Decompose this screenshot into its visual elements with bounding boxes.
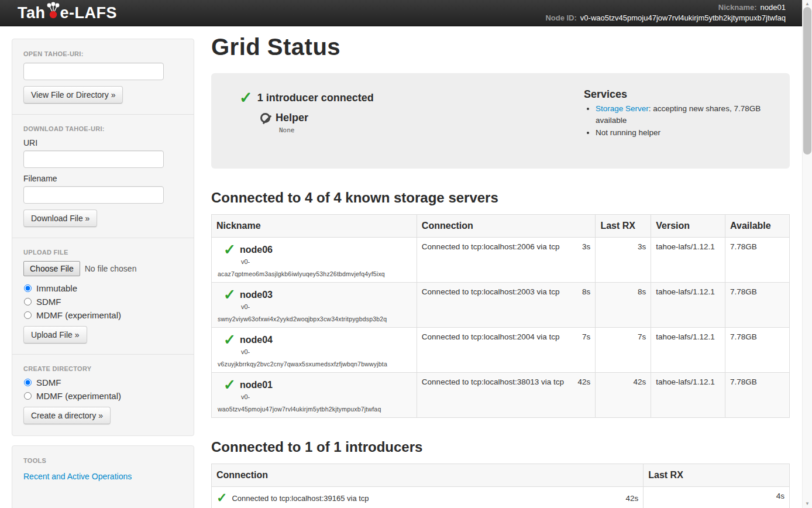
server-version: tahoe-lafs/1.12.1 [651, 328, 725, 373]
scroll-up-arrow-icon[interactable]: ▲ [803, 1, 812, 6]
server-version: tahoe-lafs/1.12.1 [651, 238, 725, 283]
server-connection: Connected to tcp:localhost:2004 via tcp [422, 332, 560, 341]
tools-panel: TOOLS Recent and Active Operations [12, 445, 194, 508]
service-helper-item: Not running helper [596, 127, 777, 139]
upload-format-sdmf-radio[interactable] [24, 298, 32, 306]
helper-detail: None [279, 126, 374, 134]
server-version: tahoe-lafs/1.12.1 [651, 283, 725, 328]
connected-check-icon: ✓ [223, 242, 236, 257]
server-nickname: node01 [240, 380, 273, 390]
recent-operations-link[interactable]: Recent and Active Operations [23, 472, 132, 481]
logo-text-suffix: e-LAFS [60, 5, 118, 21]
upload-file-label: UPLOAD FILE [23, 249, 183, 256]
upload-file-button[interactable]: Upload File » [23, 326, 87, 344]
table-row: ✓node06 v0- acaz7qptmeo6m3asjlgkb6iwlyuq… [212, 238, 790, 283]
table-row: ✓ Connected to tcp:localhost:39165 via t… [212, 487, 790, 508]
server-connection: Connected to tcp:localhost:38013 via tcp [422, 377, 564, 386]
server-nodeid: acaz7qptmeo6m3asjlgkb6iwlyuqey53hz26tbdm… [218, 270, 412, 277]
column-header-last-rx: Last RX [644, 464, 790, 487]
introducer-last-rx: 4s [644, 487, 790, 508]
download-file-button[interactable]: Download File » [23, 210, 97, 227]
server-version: tahoe-lafs/1.12.1 [651, 373, 725, 418]
scrollbar-thumb[interactable] [803, 7, 811, 155]
mkdir-format-mdmf-radio[interactable] [24, 392, 32, 400]
node-id-value: v0-wao5tzv45pmoju47jow7rvl4ukirjm5ytbh2k… [580, 13, 786, 23]
upload-format-immutable-radio[interactable] [24, 284, 32, 292]
mkdir-format-mdmf[interactable]: MDMF (experimental) [23, 391, 183, 401]
uri-field-label: URI [23, 138, 183, 147]
storage-server-link[interactable]: Storage Server [596, 104, 649, 113]
node-identity: Nickname: node01 Node ID: v0-wao5tzv45pm… [545, 2, 786, 23]
download-filename-input[interactable] [23, 186, 164, 204]
connected-check-icon: ✓ [223, 332, 236, 347]
connection-age: 7s [582, 332, 590, 341]
connected-check-icon: ✓ [223, 377, 236, 392]
column-header-available: Available [725, 215, 790, 238]
server-last-rx: 3s [596, 238, 651, 283]
connection-age: 3s [582, 242, 590, 251]
choose-file-button[interactable]: Choose File [23, 261, 80, 276]
create-directory-button[interactable]: Create a directory » [23, 407, 111, 424]
services-title: Services [584, 88, 777, 101]
introducers-heading: Connected to 1 of 1 introducers [211, 439, 790, 455]
file-chosen-status: No file chosen [85, 264, 137, 273]
sidebar-divider [12, 238, 194, 238]
server-nickname: node03 [240, 290, 273, 300]
connection-age: 42s [625, 494, 638, 503]
tools-label: TOOLS [23, 457, 183, 464]
service-storage-item: Storage Server: accepting new shares, 7.… [596, 103, 777, 126]
sidebar: OPEN TAHOE-URI: View File or Directory »… [12, 39, 194, 508]
introducer-connection: Connected to tcp:localhost:39165 via tcp [232, 494, 369, 503]
grid-status-summary: ✓ 1 introducer connected Helper None Ser… [211, 73, 790, 169]
introducers-table: Connection Last RX ✓ Connected to tcp:lo… [211, 464, 790, 508]
table-row: ✓node01 v0- wao5tzv45pmoju47jow7rvl4ukir… [212, 373, 790, 418]
tahoe-lafs-logo: Tah e-LAFS [18, 5, 117, 21]
introducer-status-text: 1 introducer connected [257, 92, 374, 104]
scroll-down-arrow-icon[interactable]: ▼ [803, 501, 812, 506]
table-header-row: Connection Last RX [212, 464, 790, 487]
upload-format-sdmf[interactable]: SDMF [23, 297, 183, 307]
storage-servers-table: Nickname Connection Last RX Version Avai… [211, 214, 790, 418]
connection-age: 42s [578, 377, 591, 386]
connection-age: 8s [582, 287, 590, 296]
server-connection: Connected to tcp:localhost:2006 via tcp [422, 242, 560, 251]
vertical-scrollbar[interactable]: ▲ ▼ [802, 0, 812, 508]
introducer-connected-check-icon: ✓ [239, 88, 253, 107]
top-navbar: Tah e-LAFS Nickname: node01 Node ID: v0-… [0, 0, 812, 26]
sidebar-divider [12, 354, 194, 355]
server-last-rx: 42s [596, 373, 651, 418]
table-header-row: Nickname Connection Last RX Version Avai… [212, 215, 790, 238]
helper-title: Helper [276, 112, 308, 124]
open-tahoe-uri-input[interactable] [23, 63, 164, 80]
filename-field-label: Filename [23, 174, 183, 183]
tahoe-logo-icon [46, 2, 60, 19]
download-uri-input[interactable] [23, 150, 164, 168]
mkdir-format-sdmf[interactable]: SDMF [23, 377, 183, 387]
mkdir-format-sdmf-radio[interactable] [24, 379, 32, 386]
helper-none-icon [260, 113, 270, 123]
server-available: 7.78GB [725, 238, 790, 283]
upload-format-mdmf-radio[interactable] [24, 311, 32, 319]
nickname-label: Nickname: [718, 2, 757, 13]
server-nickname: node04 [240, 335, 273, 345]
table-row: ✓node04 v0- v6zuyjkbrrkqy2bvc2cny7qwax5s… [212, 328, 790, 373]
server-last-rx: 8s [596, 283, 651, 328]
download-tahoe-uri-label: DOWNLOAD TAHOE-URI: [23, 125, 183, 132]
column-header-connection: Connection [417, 215, 596, 238]
node-id-label: Node ID: [545, 13, 576, 23]
server-available: 7.78GB [725, 328, 790, 373]
server-available: 7.78GB [725, 373, 790, 418]
sidebar-actions-panel: OPEN TAHOE-URI: View File or Directory »… [12, 39, 194, 436]
server-last-rx: 7s [596, 328, 651, 373]
upload-format-immutable[interactable]: Immutable [23, 283, 183, 293]
open-tahoe-uri-label: OPEN TAHOE-URI: [23, 50, 183, 57]
nickname-value: node01 [761, 2, 786, 13]
connected-check-icon: ✓ [216, 492, 227, 504]
server-nodeid: swny2viyw63ofxwi4x2yykd2woqjbpx3cw34xtri… [218, 315, 412, 322]
upload-format-mdmf[interactable]: MDMF (experimental) [23, 310, 183, 320]
column-header-connection: Connection [212, 464, 644, 487]
view-file-or-directory-button[interactable]: View File or Directory » [23, 86, 123, 104]
services-block: Services Storage Server: accepting new s… [584, 88, 777, 155]
server-available: 7.78GB [725, 283, 790, 328]
column-header-nickname: Nickname [212, 215, 417, 238]
